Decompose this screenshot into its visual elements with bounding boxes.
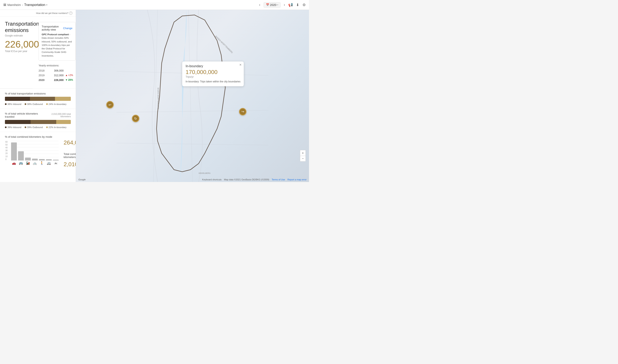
- zoom-out-button[interactable]: −: [300, 156, 306, 161]
- bar-car-icon: 🚗: [12, 161, 16, 165]
- city-label: Mannheim: [7, 3, 21, 7]
- vkm-inbound-label: 39% Inbound: [7, 126, 21, 129]
- vkt-value: 2,010,000,000: [64, 161, 76, 168]
- vkm-legend-inbound: 39% Inbound: [5, 126, 21, 129]
- map-footer: Google Keyboard shortcuts Map data ©2021…: [76, 177, 309, 182]
- inbound-bar: [5, 97, 30, 101]
- yearly-row-2019: 2019 312,000 ▲ +2%: [39, 74, 76, 77]
- activity-card-area: Transportation activity view Change GPC …: [33, 17, 76, 89]
- y-axis: 60 50 40 30 20 10 0: [5, 141, 8, 160]
- change-2020: ▼ 28%: [65, 78, 76, 81]
- transport-emissions-bar: [5, 97, 71, 101]
- inboundary-arrow-icon: ↻: [134, 117, 137, 120]
- report-link[interactable]: Report a map error: [288, 178, 306, 181]
- map-background: BADEN-WÜRTTEMBERG BADEN-WÜRTTEMBERG HEID…: [76, 10, 309, 182]
- app-header: 🏛 Mannheim › Transportation ▾ ‹ 📅 2020 ▾…: [0, 0, 309, 10]
- yearly-emissions-section: Yearly emissions: 2018 306,000 20: [35, 61, 76, 87]
- road-network: [117, 10, 268, 182]
- header-left: 🏛 Mannheim › Transportation ▾: [3, 3, 47, 7]
- activity-card: Transportation activity view Change GPC …: [39, 22, 76, 61]
- inbound-marker[interactable]: ↩: [106, 101, 114, 108]
- change-2019-value: +2%: [68, 74, 73, 77]
- prev-year-button[interactable]: ‹: [259, 3, 260, 7]
- region-label-w: BADEN-WÜRTTEMBERG: [157, 88, 159, 109]
- vkt-title-text: Total combined vehicle kilometers travel…: [64, 153, 76, 159]
- bar-bike: 🚲: [32, 159, 38, 160]
- region-label-ne: BADEN-WÜRTTEMBERG: [215, 35, 233, 54]
- tooltip-unit: Trips/yr: [185, 75, 240, 78]
- vehicle-km-legend: 39% Inbound 39% Outbound 22% In-boundary: [5, 126, 71, 129]
- settings-button[interactable]: ⚙: [302, 3, 306, 7]
- year-2020: 2020: [39, 78, 46, 82]
- y-0: 0: [5, 158, 8, 160]
- tooltip-value: 170,000,000: [185, 69, 240, 75]
- breadcrumb-current-page[interactable]: Transportation ▾: [24, 3, 47, 7]
- year-selector[interactable]: 📅 2020 ▾: [264, 2, 280, 8]
- activity-card-title: Transportation activity view: [42, 25, 63, 31]
- bar-bike-icon: 🚲: [33, 161, 37, 165]
- download-button[interactable]: ⬇: [296, 3, 299, 7]
- inboundary-marker[interactable]: ↻: [132, 115, 139, 122]
- trips-value: 264,000,000: [64, 139, 76, 146]
- dropdown-chevron-icon: ▾: [46, 3, 47, 6]
- bar-walk-icon: 🚶: [40, 161, 44, 165]
- zoom-in-button[interactable]: +: [300, 150, 306, 156]
- vehicle-km-section: % of total vehicle kilometers traveled 2…: [0, 109, 76, 132]
- arrow-down-icon: ▼: [65, 78, 68, 81]
- inbound-arrow-icon: ↩: [109, 103, 111, 107]
- value-2020: 226,000: [49, 78, 64, 82]
- left-panel: How did we get these numbers? ? Transpor…: [0, 10, 76, 182]
- legend-outbound: 38% Outbound: [25, 103, 43, 105]
- keyboard-shortcuts-link[interactable]: Keyboard shortcuts: [202, 178, 222, 181]
- outbound-label: 38% Outbound: [27, 103, 43, 105]
- mode-bar-chart: 60 50 40 30 20 10 0: [5, 141, 59, 165]
- tooltip-close-button[interactable]: ✕: [239, 63, 242, 66]
- question-label[interactable]: How did we get these numbers?: [36, 12, 68, 14]
- next-year-button[interactable]: ›: [284, 3, 285, 7]
- vkm-inboundary-label: 22% In-boundary: [49, 126, 67, 129]
- y-60: 60: [5, 141, 8, 143]
- terms-link[interactable]: Terms of Use: [272, 178, 285, 181]
- notifications-button[interactable]: 📢: [288, 3, 293, 7]
- breadcrumb-city[interactable]: 🏛 Mannheim: [3, 3, 21, 7]
- mode-chart-title: % of total combined kilometers by mode: [5, 135, 59, 138]
- river: [180, 10, 187, 182]
- legend-inboundary: 24% In-boundary: [46, 103, 67, 105]
- change-2019: ▲ +2%: [65, 74, 76, 77]
- google-attribution: Google: [78, 178, 85, 181]
- yearly-row-2020: 2020 226,000 ▼ 28%: [39, 78, 76, 82]
- tooltip-description: In-boundary: Trips taken within the city…: [185, 80, 240, 83]
- breadcrumb-separator: ›: [22, 3, 23, 7]
- yearly-row-2018: 2018 306,000: [39, 69, 76, 72]
- map-footer-links: Keyboard shortcuts Map data ©2021 GeoBas…: [202, 178, 306, 181]
- vkm-inboundary-bar: [56, 120, 71, 124]
- region-label-s: HEIDELBERG: [199, 172, 210, 174]
- bar-moto: 🏍: [53, 160, 59, 160]
- transport-emissions-legend: 38% Inbound 38% Outbound 24% In-boundary: [5, 103, 71, 105]
- bar-chart-inner: 🚗 🚌 🚂 🚲 🚶: [11, 141, 59, 165]
- outbound-marker[interactable]: ↪: [239, 108, 247, 115]
- bar-car: 🚗: [11, 143, 17, 160]
- arrow-up-icon: ▲: [65, 74, 68, 77]
- emissions-unit: Total tCO₂e per year: [5, 50, 28, 53]
- map-data-label: Map data ©2021 GeoBasis-DE/BKG (©2009): [224, 178, 269, 181]
- map-svg: BADEN-WÜRTTEMBERG BADEN-WÜRTTEMBERG HEID…: [76, 10, 309, 182]
- vkt-title: Total combined vehicle kilometers travel…: [64, 153, 76, 159]
- bar-van-icon: 🚐: [47, 161, 51, 165]
- bar-walk: 🚶: [39, 159, 45, 160]
- y-10: 10: [5, 155, 8, 158]
- breadcrumb: 🏛 Mannheim › Transportation ▾: [3, 3, 47, 7]
- change-button[interactable]: Change: [63, 27, 72, 30]
- question-icon: ?: [69, 12, 72, 15]
- transport-emissions-title: % of total transportation emissions: [5, 92, 71, 95]
- tooltip-title: In-boundary: [185, 64, 240, 68]
- y-30: 30: [5, 149, 8, 152]
- vehicle-km-title: % of total vehicle kilometers traveled: [5, 112, 44, 118]
- vkm-inboundary-dot: [46, 127, 48, 128]
- bar-train: 🚂: [25, 158, 31, 160]
- y-50: 50: [5, 144, 8, 146]
- inboundary-bar: [55, 97, 71, 101]
- mode-chart-area: % of total combined kilometers by mode 6…: [5, 135, 59, 169]
- bar-van: 🚐: [46, 159, 52, 160]
- emissions-section: Transportation emissions Google estimate…: [0, 17, 33, 89]
